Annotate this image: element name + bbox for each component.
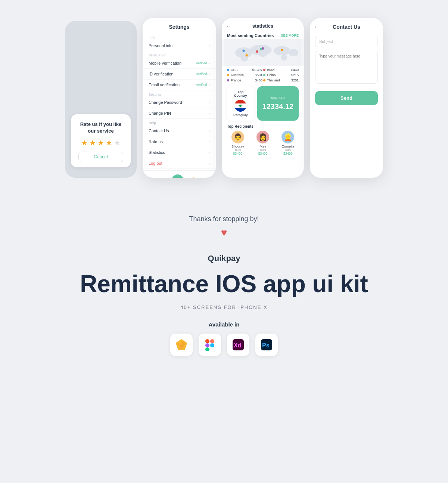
bottom-section: Thanks for stopping by! ♥ Quikpay Remitt… — [0, 200, 448, 378]
settings-row-pin[interactable]: Change PIN › — [143, 108, 216, 119]
stats-back-icon[interactable]: ‹ — [227, 24, 228, 29]
svg-point-16 — [239, 105, 242, 107]
tool-icons-row: Xd Ps — [7, 334, 441, 356]
svg-rect-27 — [205, 347, 209, 351]
id-verified-status: Verified › — [196, 72, 210, 76]
see-more-link[interactable]: SEE MORE — [281, 34, 299, 37]
amount-shourav: $3400 — [227, 152, 248, 155]
star-1: ★ — [81, 138, 88, 147]
most-sending-title: Most sending Countries — [227, 33, 274, 38]
send-button[interactable]: Send — [315, 91, 378, 105]
star-5: ★ — [114, 138, 121, 147]
heart-icon: ♥ — [7, 227, 441, 239]
country-stats-grid: USA $1,397 Brazil $430 Australia $501 Ch… — [222, 66, 304, 84]
country-china: China $215 — [263, 73, 299, 77]
name-usa: USA — [231, 68, 251, 72]
subject-select[interactable]: Subject — [315, 36, 378, 47]
chevron-icon-rate: › — [209, 140, 210, 144]
contact-back-icon[interactable]: ‹ — [315, 24, 317, 30]
settings-row-email[interactable]: Email verification Verified › — [143, 80, 216, 90]
mobile-verification-label: Mobile verification — [149, 61, 181, 65]
thanks-text: Thanks for stopping by! — [7, 215, 441, 223]
total-sent-card: Total Sent 12334.12 — [257, 86, 299, 121]
name-thailand: Thailand — [267, 78, 290, 82]
chevron-icon-id: › — [209, 72, 210, 76]
name-shourav: Shourav — [227, 145, 248, 148]
contact-title: Contact Us — [333, 24, 360, 30]
name-australia: Australia — [231, 73, 253, 77]
settings-row-password[interactable]: Change Password › — [143, 97, 216, 108]
svg-point-4 — [259, 52, 267, 57]
val-brazil: $430 — [291, 68, 299, 72]
amount-may: $3400 — [252, 152, 273, 155]
phone-statistics: ‹ statistics Most sending Countries SEE … — [222, 18, 304, 178]
settings-row-id[interactable]: ID verification Verified › — [143, 69, 216, 80]
chevron-icon-mobile: › — [209, 61, 210, 65]
rate-card-title: Rate us if you like our service — [78, 121, 123, 134]
country-thailand: Thailand $201 — [263, 78, 299, 83]
card-icon[interactable]: ▭ — [161, 177, 166, 178]
world-map — [222, 39, 304, 66]
settings-row-statistics[interactable]: Statistics › — [143, 147, 216, 158]
stats-header: ‹ statistics — [222, 23, 304, 29]
top-country-card: Top Country Paraguay — [227, 86, 254, 121]
transfer-icon[interactable]: $ — [172, 174, 184, 178]
dot-china — [263, 74, 265, 76]
chevron-icon-logout: › — [209, 161, 210, 165]
val-thailand: $201 — [291, 78, 299, 82]
message-textarea[interactable] — [315, 51, 378, 84]
label-may: Total — [252, 148, 273, 152]
val-australia: $501 — [255, 73, 262, 77]
cancel-button[interactable]: Cancel — [78, 152, 123, 162]
id-verified-text: Verified — [196, 72, 207, 76]
grid-icon[interactable]: ⊞ — [202, 177, 207, 178]
phone-settings: Settings Info Personal info › Verificati… — [143, 18, 216, 178]
name-france: France — [231, 78, 253, 82]
settings-label-info: Info — [143, 34, 216, 40]
label-shourav: Total — [227, 148, 248, 152]
dot-france — [227, 79, 229, 81]
photoshop-icon: Ps — [255, 334, 278, 356]
xd-icon: Xd — [227, 334, 249, 356]
email-verification-label: Email verification — [149, 83, 180, 87]
rate-card: Rate us if you like our service ★ ★ ★ ★ … — [71, 114, 131, 167]
mobile-verified-text: Verified — [196, 61, 207, 65]
country-france: France $465 — [227, 78, 262, 83]
top-recipients-label: Top Recipients — [227, 124, 299, 129]
svg-rect-24 — [210, 339, 214, 343]
bell-icon[interactable]: 🔔 — [189, 177, 197, 178]
settings-row-mobile[interactable]: Mobile verification Verified › — [143, 58, 216, 69]
stats-title: statistics — [252, 23, 273, 29]
change-pin-label: Change PIN — [149, 111, 171, 115]
stars-row: ★ ★ ★ ★ ★ — [78, 138, 123, 147]
settings-row-logout[interactable]: Log out › — [143, 158, 216, 169]
chevron-icon-pin: › — [209, 111, 210, 115]
settings-row-contact[interactable]: Contact Us › — [143, 126, 216, 136]
country-brazil: Brazil $430 — [263, 68, 299, 72]
recipient-cornelia: 👱 Cornelia Total $3400 — [277, 131, 299, 155]
mobile-verified-status: Verified › — [196, 61, 210, 65]
total-sent-label: Total Sent — [270, 96, 285, 100]
settings-row-personal[interactable]: Personal info › — [143, 40, 216, 51]
dot-usa — [227, 69, 229, 71]
personal-info-label: Personal info — [149, 43, 172, 48]
svg-point-13 — [281, 49, 283, 51]
recipient-shourav: 👨 Shourav Total $3400 — [227, 131, 248, 155]
brand-name: Quikpay — [7, 254, 441, 263]
settings-label-help: Help — [143, 119, 216, 126]
chevron-icon-personal: › — [209, 44, 210, 48]
svg-point-12 — [246, 54, 248, 56]
chevron-icon-statistics: › — [209, 151, 210, 155]
figma-icon — [199, 334, 221, 356]
home-icon[interactable]: ⌂ — [151, 177, 155, 178]
contact-header: ‹ Contact Us — [310, 24, 383, 30]
id-verification-label: ID verification — [149, 72, 174, 76]
svg-text:Ps: Ps — [262, 342, 270, 349]
val-france: $465 — [255, 78, 262, 82]
name-may: May — [252, 145, 273, 148]
settings-row-rate[interactable]: Rate us › — [143, 136, 216, 147]
top-recipients-section: Top Recipients 👨 Shourav Total $3400 👩 M… — [222, 123, 304, 155]
svg-text:Xd: Xd — [234, 342, 241, 349]
dot-thailand — [263, 79, 265, 81]
val-china: $215 — [291, 73, 299, 77]
